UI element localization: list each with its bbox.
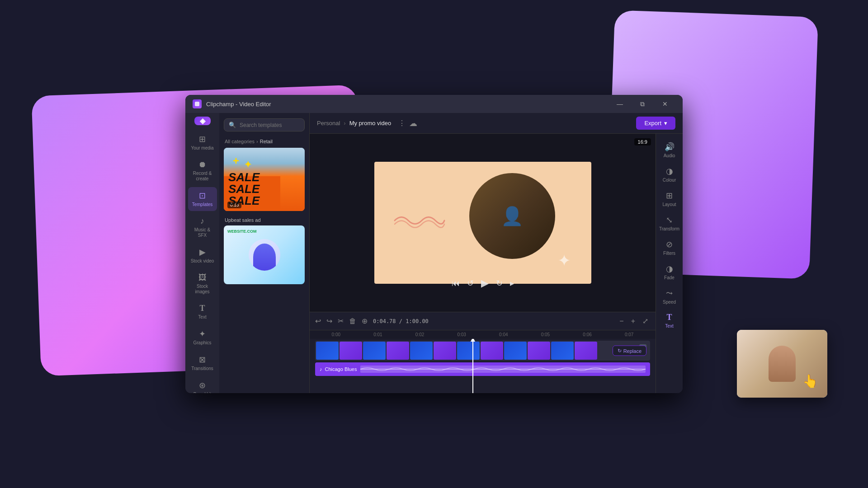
rewind-button[interactable]: ↺ — [467, 278, 474, 288]
sidebar-item-music[interactable]: ♪ Music & SFX — [188, 213, 217, 242]
redo-button[interactable]: ↪ — [326, 317, 332, 325]
zoom-in-button[interactable]: + — [629, 315, 637, 327]
search-icon: 🔍 — [229, 122, 236, 128]
graphics-label: Graphics — [193, 340, 211, 346]
music-label: Music & SFX — [191, 227, 214, 238]
canvas-circle-frame: 👤 — [469, 173, 555, 259]
export-button[interactable]: Export ▾ — [636, 117, 675, 130]
aspect-ratio-badge[interactable]: 16:9 — [634, 138, 651, 145]
graphics-icon: ✦ — [199, 329, 206, 339]
sidebar-item-templates[interactable]: ⊡ Templates — [188, 187, 217, 211]
main-area: Personal › My promo video ⋮ ☁ Export ▾ — [310, 113, 683, 393]
rt-filters-label: Filters — [663, 251, 675, 256]
star-decoration: ✦ — [557, 251, 571, 270]
rt-filters-icon: ⊘ — [666, 239, 673, 249]
sale-plus-icon: + — [233, 155, 239, 167]
timeline-ruler: 0:00 0:01 0:02 0:03 0:04 0:05 0:06 0:07 — [310, 330, 656, 339]
vid-thumb-6 — [434, 342, 456, 360]
time-separator: / — [399, 318, 406, 324]
zoom-out-button[interactable]: − — [618, 315, 625, 327]
sale-line-1: SALE — [228, 171, 259, 183]
right-toolbar: 🔊 Audio ◑ Colour ⊞ Layout ⤡ Transform — [656, 134, 683, 393]
sidebar-item-brand-kit[interactable]: ⊛ Brand kit — [188, 377, 217, 393]
audio-track[interactable]: ♪ Chicago Blues — [315, 362, 650, 376]
timeline-tools-right: − + ⤢ — [618, 315, 650, 327]
rt-speed-icon: ⤳ — [666, 288, 673, 298]
content-area: ◈ ⊞ Your media ⏺ Record & create ⊡ Templ… — [185, 113, 683, 393]
sidebar-item-record[interactable]: ⏺ Record & create — [188, 156, 217, 185]
play-button[interactable]: ▶ — [481, 277, 489, 289]
canvas-wrapper: 👤 ✦ — [310, 134, 656, 312]
rt-fade-label: Fade — [664, 275, 675, 280]
rt-audio[interactable]: 🔊 Audio — [657, 138, 682, 162]
timeline: ↩ ↪ ✂ 🗑 ⊕ 0:04.78 / 1:00.00 — [310, 312, 656, 393]
audio-label: ♪ Chicago Blues — [320, 366, 357, 372]
skip-forward-button[interactable]: ▸ — [510, 278, 514, 288]
canvas-section: 👤 ✦ — [310, 134, 656, 393]
delete-button[interactable]: 🗑 — [349, 317, 356, 325]
record-icon: ⏺ — [198, 160, 207, 169]
skip-back-button[interactable]: ⏮ — [452, 279, 460, 288]
fullscreen-timeline-button[interactable]: ⤢ — [641, 315, 650, 327]
add-media-button[interactable]: ⊕ — [362, 317, 368, 325]
preview-card-inner: 👆 — [737, 330, 827, 398]
audio-note-icon: ♪ — [320, 366, 322, 372]
rt-colour[interactable]: ◑ Colour — [657, 163, 682, 186]
template-card-sale[interactable]: + ✦ SALE SALE SALE SWIPE UP SWI — [224, 148, 305, 211]
time-current: 0:04.78 — [373, 318, 396, 324]
rt-transform[interactable]: ⤡ Transform — [657, 211, 682, 235]
text-label: Text — [198, 314, 206, 320]
template1-label: Upbeat sales ad — [219, 215, 309, 225]
app-icon — [193, 99, 202, 108]
breadcrumb-current: Retail — [260, 139, 273, 144]
close-button[interactable]: ✕ — [655, 97, 675, 111]
rt-transform-icon: ⤡ — [666, 215, 673, 225]
breadcrumb-root[interactable]: All categories — [225, 139, 255, 144]
export-label: Export — [644, 120, 661, 127]
audio-waveform — [360, 366, 646, 373]
cursor-icon: 👆 — [802, 374, 818, 389]
preview-card: 👆 — [737, 330, 827, 398]
vid-thumb-2 — [340, 342, 362, 360]
player-controls: ⏮ ↺ ▶ ↻ ▸ — [452, 277, 514, 289]
minimize-button[interactable]: — — [609, 97, 630, 111]
sale-text-stack: SALE SALE SALE — [228, 171, 259, 206]
template-card-website[interactable]: WEBSITE.COM — [224, 225, 305, 284]
rt-fade[interactable]: ◑ Fade — [657, 260, 682, 284]
stock-images-icon: 🖼 — [198, 273, 207, 282]
website-text: WEBSITE.COM — [227, 229, 257, 234]
maximize-button[interactable]: ⧉ — [632, 97, 653, 111]
waveform-line — [360, 369, 646, 370]
search-input[interactable] — [240, 122, 307, 128]
video-track[interactable]: ⊡ ↻ Replace — [315, 341, 650, 361]
export-chevron: ▾ — [664, 120, 667, 127]
ruler-mark-0: 0:00 — [315, 332, 357, 337]
undo-button[interactable]: ↩ — [315, 317, 321, 325]
sidebar-item-text[interactable]: T Text — [188, 300, 217, 324]
replace-label: Replace — [623, 348, 642, 353]
forward-button[interactable]: ↻ — [496, 278, 503, 288]
rt-speed[interactable]: ⤳ Speed — [657, 285, 682, 308]
cloud-save-icon[interactable]: ☁ — [409, 118, 417, 128]
cut-button[interactable]: ✂ — [338, 317, 344, 325]
sidebar-item-your-media[interactable]: ⊞ Your media — [188, 131, 217, 155]
sidebar-item-stock-images[interactable]: 🖼 Stock images — [188, 269, 217, 298]
project-options-button[interactable]: ⋮ — [398, 119, 406, 127]
templates-label: Templates — [192, 202, 213, 207]
sidebar-item-graphics[interactable]: ✦ Graphics — [188, 325, 217, 349]
sidebar-item-transitions[interactable]: ⊠ Transitions — [188, 351, 217, 375]
sale-line-3: SALE — [228, 195, 259, 206]
rt-text[interactable]: T Text — [657, 309, 682, 332]
playhead[interactable] — [472, 339, 473, 393]
ruler-marks: 0:00 0:01 0:02 0:03 0:04 0:05 0:06 0:07 — [315, 332, 650, 337]
breadcrumb-personal[interactable]: Personal — [317, 120, 340, 127]
rt-layout[interactable]: ⊞ Layout — [657, 187, 682, 211]
vid-thumb-4 — [387, 342, 409, 360]
video-canvas: 👤 ✦ — [374, 162, 591, 284]
transitions-icon: ⊠ — [199, 355, 206, 365]
main-window: Clipchamp - Video Editor — ⧉ ✕ ◈ ⊞ Your … — [185, 95, 683, 393]
replace-button[interactable]: ↻ Replace — [613, 346, 646, 356]
sidebar-item-stock-video[interactable]: ▶ Stock video — [188, 244, 217, 267]
breadcrumb: All categories › Retail — [219, 137, 309, 148]
rt-filters[interactable]: ⊘ Filters — [657, 236, 682, 259]
